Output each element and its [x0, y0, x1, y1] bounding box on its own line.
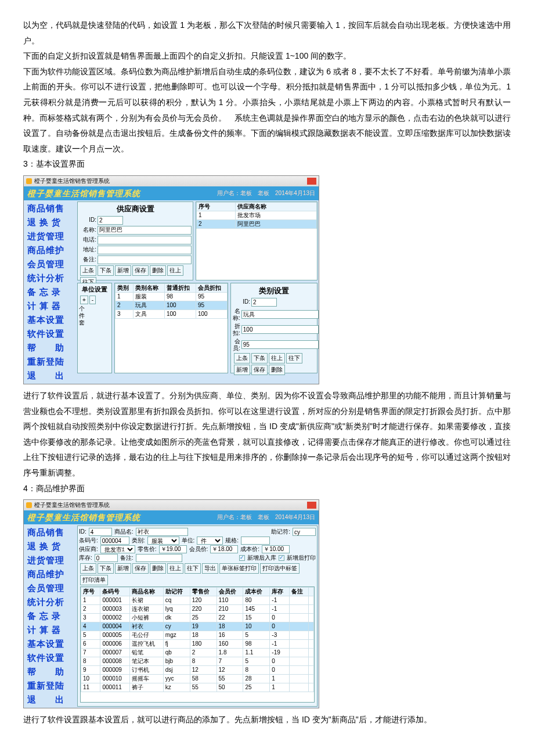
action-button[interactable]: 保存 [132, 563, 149, 574]
chk-add-print[interactable] [279, 555, 284, 561]
sidebar-item[interactable]: 计 算 器 [24, 299, 76, 313]
table-row[interactable]: 3文具100100 [116, 309, 228, 318]
action-button[interactable]: - [89, 296, 96, 304]
prod-cat-select[interactable]: 服装 [147, 537, 179, 545]
sidebar-item[interactable]: 会员管理 [24, 581, 76, 595]
sidebar-item[interactable]: 软件设置 [24, 327, 76, 341]
sidebar-item[interactable]: 帮 助 [24, 665, 76, 679]
sidebar-item[interactable]: 退 出 [24, 693, 76, 707]
action-button[interactable]: 删除 [150, 265, 166, 276]
action-button[interactable]: 往上 [269, 353, 285, 363]
action-button[interactable]: 往上 [167, 563, 183, 574]
sidebar-item[interactable]: 基本设置 [24, 313, 76, 327]
table-row[interactable]: 2阿里巴巴 [197, 219, 317, 228]
action-button[interactable]: 新增 [115, 265, 131, 276]
chk-add-stock[interactable] [239, 555, 245, 561]
sidebar-item[interactable]: 计 算 器 [24, 623, 76, 637]
close-icon[interactable] [307, 178, 316, 185]
action-button[interactable]: 打印选中标签 [260, 563, 300, 574]
prod-cost-input[interactable] [262, 545, 290, 553]
action-button[interactable]: 导出 [202, 563, 218, 574]
cat-name-input[interactable] [241, 310, 319, 319]
unit-item[interactable]: 件 [79, 312, 110, 319]
sidebar-item[interactable]: 统计分析 [24, 595, 76, 609]
sidebar-item[interactable]: 软件设置 [24, 651, 76, 665]
sidebar-item[interactable]: 进货管理 [24, 229, 76, 243]
action-button[interactable]: 上条 [80, 563, 96, 574]
action-button[interactable]: 新增 [115, 563, 131, 574]
prod-member-input[interactable] [210, 545, 238, 553]
sidebar-item[interactable]: 备 忘 录 [24, 285, 76, 299]
action-button[interactable]: 删除 [150, 563, 166, 574]
prod-mne-input[interactable] [293, 528, 316, 536]
supplier-phone-input[interactable] [98, 236, 192, 244]
table-row[interactable]: 1服装9895 [116, 292, 228, 301]
prod-memo-input[interactable] [136, 554, 182, 562]
prod-barcode-input[interactable] [100, 537, 129, 545]
action-button[interactable]: 往下 [185, 563, 201, 574]
table-row[interactable]: 3000002小短裤dk2522150 [81, 614, 314, 622]
action-button[interactable]: 保存 [132, 265, 149, 276]
action-button[interactable]: 往上 [167, 265, 183, 276]
action-button[interactable]: 删除 [269, 365, 285, 375]
sidebar-item[interactable]: 会员管理 [24, 257, 76, 271]
prod-spec-input[interactable] [241, 537, 270, 545]
action-button[interactable]: 下条 [251, 353, 268, 363]
action-button[interactable]: 新增 [234, 365, 250, 375]
cat-member-input[interactable] [241, 340, 319, 349]
sidebar-item[interactable]: 商品维护 [24, 567, 76, 581]
table-row[interactable]: 2玩具10095 [116, 301, 228, 309]
sidebar-item[interactable]: 帮 助 [24, 341, 76, 355]
sidebar-item[interactable]: 统计分析 [24, 271, 76, 285]
sidebar-item[interactable]: 商品销售 [24, 525, 76, 539]
supplier-grid[interactable]: 序号供应商名称1批发市场2阿里巴巴 [196, 201, 317, 280]
sidebar-item[interactable]: 商品维护 [24, 243, 76, 257]
table-row[interactable]: 4000004衬衣cy1918100 [81, 622, 314, 631]
action-button[interactable]: + [80, 296, 88, 304]
table-row[interactable]: 7000007铅笔qb21.81.1-19 [81, 649, 314, 657]
supplier-name-input[interactable] [98, 226, 192, 235]
action-button[interactable]: 下条 [98, 563, 114, 574]
cat-disc-input[interactable] [241, 325, 319, 334]
action-button[interactable]: 上条 [234, 353, 250, 363]
action-button[interactable]: 往下 [286, 353, 302, 363]
table-row[interactable]: 5000005毛公仔mgz18165-3 [81, 631, 314, 640]
table-row[interactable]: 11000011裤子kz5550251 [81, 683, 314, 692]
supplier-id-input[interactable] [98, 216, 123, 225]
supplier-memo-input[interactable] [98, 255, 192, 264]
prod-name-input[interactable] [136, 528, 188, 536]
sidebar-item[interactable]: 退 换 货 [24, 215, 76, 229]
table-row[interactable]: 8000008笔记本bjb8750 [81, 657, 314, 666]
sidebar-item[interactable]: 备 忘 录 [24, 609, 76, 623]
action-button[interactable]: 保存 [251, 365, 268, 375]
category-grid[interactable]: 类别类别名称普通折扣会员折扣1服装98952玩具100953文具100100 [114, 283, 228, 373]
unit-item[interactable]: 个 [79, 305, 110, 312]
supplier-addr-input[interactable] [98, 246, 192, 254]
prod-unit-select[interactable]: 件 [197, 537, 223, 545]
close-icon[interactable] [307, 502, 316, 509]
action-button[interactable]: 上条 [80, 265, 96, 276]
product-grid[interactable]: 序号条码号商品名称助记符零售价会员价成本价库存备注1000001长裙cq1201… [80, 586, 315, 703]
table-row[interactable]: 9000009订书机dsj121280 [81, 666, 314, 675]
action-button[interactable]: 单张标签打印 [219, 563, 259, 574]
sidebar-item[interactable]: 重新登陆 [24, 679, 76, 693]
prod-sup-select[interactable]: 批发市场 [100, 545, 135, 553]
table-row[interactable]: 10000010摇摇车yyc5855281 [81, 675, 314, 683]
sidebar-item[interactable]: 退 出 [24, 369, 76, 383]
unit-item[interactable]: 套 [79, 319, 110, 326]
table-row[interactable]: 1批发市场 [197, 211, 317, 219]
sidebar-item[interactable]: 退 换 货 [24, 539, 76, 553]
table-row[interactable]: 1000001长裙cq12011080-1 [81, 596, 314, 605]
sidebar-item[interactable]: 基本设置 [24, 637, 76, 651]
table-row[interactable]: 6000006遥控飞机fj18016098-1 [81, 640, 314, 649]
prod-stock-input[interactable] [95, 554, 118, 562]
action-button[interactable]: 打印清单 [80, 575, 108, 585]
table-row[interactable]: 2000003连衣裙lyq220210145-1 [81, 605, 314, 614]
cat-id-input[interactable] [251, 298, 277, 307]
prod-id-input[interactable] [89, 528, 112, 536]
sidebar-item[interactable]: 商品销售 [24, 201, 76, 215]
action-button[interactable]: 下条 [98, 265, 114, 276]
sidebar-item[interactable]: 重新登陆 [24, 355, 76, 369]
sidebar-item[interactable]: 进货管理 [24, 553, 76, 567]
prod-retail-input[interactable] [159, 545, 187, 553]
